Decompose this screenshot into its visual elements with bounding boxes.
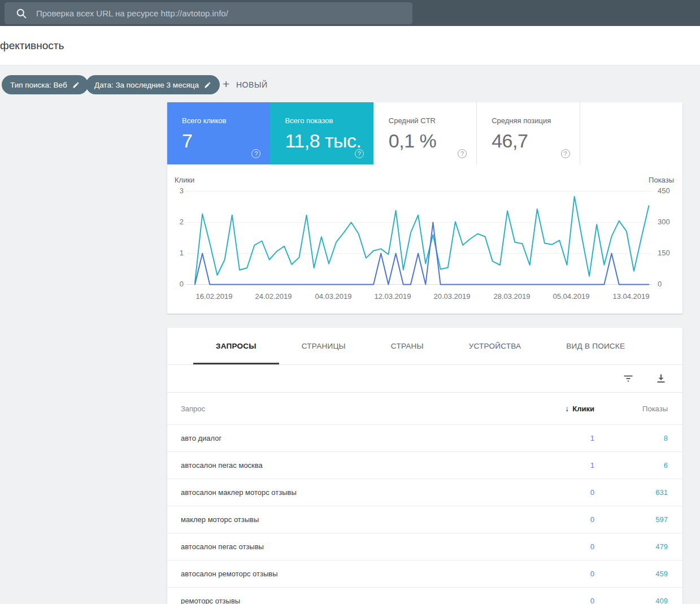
query-row[interactable]: автосалон маклер моторс отзывы 0 631	[167, 479, 682, 506]
help-icon[interactable]: ?	[458, 149, 467, 158]
detail-tabs: ЗАПРОСЫ СТРАНИЦЫ СТРАНЫ УСТРОЙСТВА ВИД В…	[167, 328, 682, 365]
title-band: фективность	[0, 26, 700, 66]
query-row[interactable]: автосалон ремоторс отзывы 0 459	[167, 560, 682, 587]
tab-queries[interactable]: ЗАПРОСЫ	[193, 328, 279, 364]
tab-countries[interactable]: СТРАНЫ	[368, 328, 446, 364]
filter-bar: Тип поиска: Веб Дата: За последние 3 мес…	[0, 66, 700, 102]
search-placeholder: Проверка всех URL на ресурсе http://avto…	[36, 8, 228, 18]
tab-search-appearance[interactable]: ВИД В ПОИСКЕ	[544, 328, 647, 364]
plus-icon: +	[223, 77, 230, 91]
card-total-clicks-label: Всего кликов	[182, 116, 270, 125]
right-axis-tick: 450	[658, 187, 677, 195]
left-axis-tick: 3	[167, 187, 184, 195]
details-panel: ЗАПРОСЫ СТРАНИЦЫ СТРАНЫ УСТРОЙСТВА ВИД В…	[167, 328, 682, 604]
sort-descending-icon: ↓	[565, 404, 569, 413]
x-axis-label: 12.03.2019	[367, 292, 418, 301]
table-header-row: Запрос ↓Клики Показы	[167, 393, 682, 424]
new-filter-button[interactable]: + НОВЫЙ	[218, 75, 272, 94]
left-axis-tick: 1	[167, 249, 184, 257]
filter-icon	[623, 373, 633, 384]
topbar: Проверка всех URL на ресурсе http://avto…	[0, 0, 700, 26]
column-query: Запрос	[181, 405, 532, 413]
date-range-chip-label: Дата: За последние 3 месяца	[94, 81, 199, 89]
query-row[interactable]: маклер моторс отзывы 0 597	[167, 506, 682, 533]
help-icon[interactable]: ?	[355, 149, 364, 158]
x-axis-label: 16.02.2019	[189, 292, 240, 301]
search-type-chip[interactable]: Тип поиска: Веб	[2, 75, 88, 94]
date-range-chip[interactable]: Дата: За последние 3 месяца	[86, 75, 220, 94]
query-row[interactable]: авто диалог 1 8	[167, 424, 682, 451]
url-inspection-search[interactable]: Проверка всех URL на ресурсе http://avto…	[5, 2, 412, 24]
search-type-chip-label: Тип поиска: Веб	[10, 81, 67, 89]
x-axis-label: 24.02.2019	[248, 292, 299, 301]
summary-cards: Всего кликов 7 ? Всего показов 11,8 тыс.…	[167, 102, 682, 164]
left-axis-tick: 2	[167, 218, 184, 226]
column-clicks-sortable[interactable]: ↓Клики	[532, 404, 594, 413]
right-axis-tick: 150	[658, 249, 677, 257]
x-axis-label: 13.04.2019	[606, 292, 656, 301]
card-average-ctr-value: 0,1 %	[389, 130, 476, 152]
card-average-ctr-label: Средний CTR	[389, 116, 476, 125]
pencil-icon	[204, 81, 211, 89]
card-total-impressions[interactable]: Всего показов 11,8 тыс. ?	[270, 102, 373, 164]
page-title: фективность	[0, 40, 64, 52]
left-axis-title: Клики	[175, 176, 194, 184]
left-axis-tick: 0	[167, 280, 184, 288]
download-icon	[656, 373, 666, 384]
search-icon	[16, 8, 27, 19]
performance-panel: Всего кликов 7 ? Всего показов 11,8 тыс.…	[167, 102, 682, 314]
query-row[interactable]: автосалон пегас москва 1 6	[167, 451, 682, 479]
x-axis-label: 05.04.2019	[546, 292, 597, 301]
x-axis-label: 28.03.2019	[486, 292, 537, 301]
right-axis-tick: 0	[658, 280, 677, 288]
column-impressions-sortable[interactable]: Показы	[594, 405, 668, 413]
query-row[interactable]: ремоторс отзывы 0 409	[167, 587, 682, 604]
tab-pages[interactable]: СТРАНИЦЫ	[279, 328, 368, 364]
right-axis-tick: 300	[658, 218, 677, 226]
pencil-icon	[72, 81, 80, 89]
card-total-impressions-label: Всего показов	[285, 116, 373, 125]
table-toolbar	[167, 365, 682, 393]
new-filter-label: НОВЫЙ	[236, 80, 268, 89]
right-axis-title: Показы	[649, 176, 674, 184]
performance-chart-svg	[186, 191, 652, 285]
help-icon[interactable]: ?	[561, 149, 570, 158]
x-axis-label: 20.03.2019	[427, 292, 477, 301]
performance-chart: Клики Показы 3 2 1 0 450 300 150 0 16.02…	[167, 164, 682, 314]
filter-button[interactable]	[620, 371, 636, 386]
card-average-position[interactable]: Средняя позиция 46,7 ?	[476, 102, 579, 164]
card-total-clicks-value: 7	[182, 130, 270, 152]
card-average-ctr[interactable]: Средний CTR 0,1 % ?	[373, 102, 476, 164]
export-button[interactable]	[653, 371, 669, 386]
tab-devices[interactable]: УСТРОЙСТВА	[446, 328, 544, 364]
help-icon[interactable]: ?	[251, 149, 260, 158]
query-row[interactable]: автосалон пегас отзывы 0 479	[167, 533, 682, 560]
card-empty-slot	[580, 102, 682, 164]
card-total-clicks[interactable]: Всего кликов 7 ?	[167, 102, 270, 164]
card-average-position-label: Средняя позиция	[492, 116, 579, 125]
x-axis-label: 04.03.2019	[308, 292, 359, 301]
